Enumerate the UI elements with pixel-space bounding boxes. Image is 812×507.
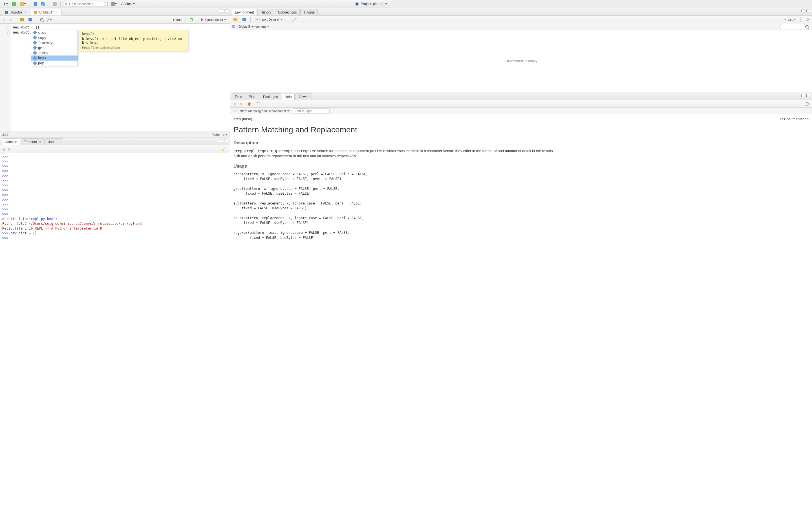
help-toolbar [230,100,391,108]
help-description: grep, grepl, regexpr, gregexpr and regex… [234,149,391,154]
help-forward-button[interactable] [239,102,244,106]
help-tabs: Files Plots Packages Help Viewer [230,93,391,100]
autocomplete-item[interactable]: copy [31,35,78,40]
autocomplete-popup[interactable]: clearcopyfromkeysgetitemskeyspop [31,30,78,66]
maximize-pane-icon[interactable] [224,10,228,12]
autocomplete-item[interactable]: clear [31,30,78,35]
console-popout[interactable] [7,147,12,151]
tooltip-signature: keys() [82,32,185,36]
editor-toolbar: Run Source Script [0,16,230,24]
close-icon[interactable]: × [24,11,27,14]
minimize-pane-icon[interactable] [219,139,223,142]
language-selector[interactable]: Python [212,133,221,136]
goto-file-input[interactable]: Go to file/function [63,1,105,7]
console-line: > reticulate::repl_python() [2,217,227,221]
help-back-button[interactable] [232,102,237,106]
close-icon[interactable]: × [55,11,58,14]
rerun-button[interactable] [188,17,195,22]
addins-dropdown[interactable]: Addins [119,2,137,6]
code-line: new_dict = {} [13,25,228,30]
autocomplete-item[interactable]: keys [31,55,78,61]
minimize-pane-icon[interactable] [219,10,223,12]
load-workspace-button[interactable] [232,17,239,22]
source-button[interactable]: Source Script [200,17,228,22]
tab-viewer[interactable]: Viewer [295,93,312,100]
console-line: >>> [2,188,227,193]
folder-open-icon [20,2,24,6]
save-workspace-button[interactable] [241,17,248,22]
new-file-button[interactable] [2,1,10,7]
tab-console[interactable]: Console [2,138,20,145]
tooltip-hint: Press F1 for additional help [82,46,185,49]
goto-arrow-icon [65,3,67,5]
console-tabs: Console Terminal× Jobs× [0,137,230,145]
tab-files[interactable]: Files [232,93,245,100]
popout-button[interactable] [18,17,26,22]
autocomplete-item[interactable]: fromkeys [31,40,78,45]
project-menu[interactable]: RProject: (None) [353,2,390,6]
tab-jobs[interactable]: Jobs× [45,138,63,145]
help-breadcrumb[interactable]: R: Pattern Matching and Replacement [232,109,291,113]
tab-connections[interactable]: Connections [275,9,300,15]
run-button[interactable]: Run [171,17,183,22]
scope-icon [232,25,235,28]
tab-help[interactable]: Help [282,93,295,100]
tab-packages[interactable]: Packages [260,93,281,100]
help-usage-block: grep(pattern, x, ignore.case = FALSE, pe… [234,172,391,240]
tab-tutorial[interactable]: Tutorial [300,9,318,15]
new-r-icon [12,2,16,6]
console-line: >>> [2,193,227,198]
env-toolbar: ⇥ Import Dataset 🧹 ☰ List [230,16,391,23]
print-button[interactable] [51,1,58,7]
editor-tab-untitled[interactable]: Untitled1*× [31,9,61,15]
clear-console-button[interactable]: 🧹 [220,147,228,152]
forward-button[interactable] [8,18,13,22]
autocomplete-item[interactable]: get [31,45,78,50]
autocomplete-item[interactable]: items [31,50,78,55]
back-button[interactable] [2,18,7,22]
save-all-icon [41,2,45,6]
tooltip-doc: D.keys() -> a set-like object providing … [82,37,185,45]
close-icon[interactable]: × [38,140,41,144]
open-button[interactable] [18,1,28,7]
editor-tab-rprofile[interactable]: .Rprofile× [2,9,30,15]
save-file-button[interactable] [27,17,34,22]
python-file-icon [34,11,37,14]
save-all-button[interactable] [40,1,47,7]
code-tools-button[interactable] [46,17,54,22]
save-button[interactable] [33,1,39,7]
save-icon [29,18,32,21]
close-icon[interactable]: × [57,140,60,144]
source-icon [201,18,203,21]
plus-icon [3,3,6,5]
console-line: >>> [2,236,227,240]
console-line: >>> [2,202,227,207]
tab-plots[interactable]: Plots [246,93,259,100]
tab-environment[interactable]: Environment [232,9,257,15]
clear-env-button[interactable]: 🧹 [290,17,298,22]
tab-history[interactable]: History [257,9,274,15]
tab-terminal[interactable]: Terminal× [21,138,45,145]
console-line: >>> [2,207,227,212]
r-logo-icon: R [355,2,359,6]
source-pane: .Rprofile× Untitled1*× Run [0,8,230,137]
console-toolbar: ~/ 🧹 [0,145,230,153]
help-home-button[interactable] [246,102,253,106]
scope-selector[interactable]: Global Environment [237,24,271,29]
arrow-right-icon [10,18,12,21]
help-popout-button[interactable] [254,102,262,106]
find-button[interactable] [38,17,45,22]
console-line: >>> [2,178,227,183]
panes-button[interactable] [110,1,118,7]
help-find-input[interactable] [293,108,329,114]
autocomplete-item[interactable]: pop [31,61,78,66]
import-dataset-button[interactable]: ⇥ Import Dataset [253,17,284,22]
console-output[interactable]: >>> >>> >>> >>> >>> >>> >>> >>> >>> >>> … [0,153,230,244]
arrow-left-icon [3,18,5,21]
help-content[interactable]: grep {base}R Documentation Pattern Match… [230,114,391,244]
print-icon [53,2,57,6]
console-line: >>> [2,173,227,178]
autocomplete-tooltip: keys() D.keys() -> a set-like object pro… [79,30,188,51]
new-project-button[interactable] [11,1,17,7]
maximize-pane-icon[interactable] [224,139,228,142]
